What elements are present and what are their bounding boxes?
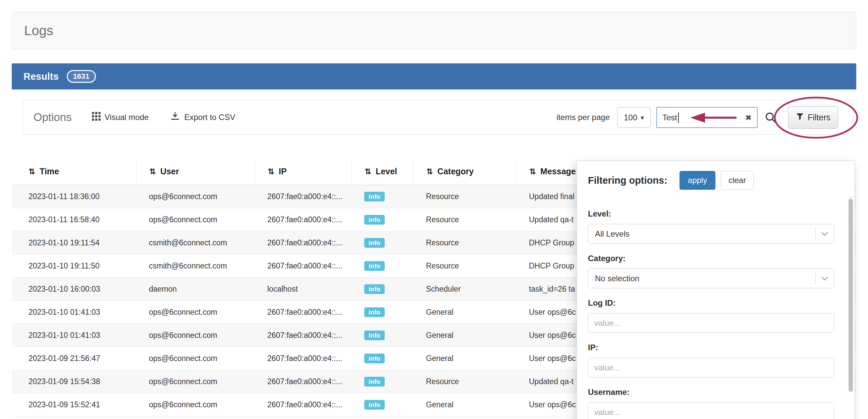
cell-user: daemon — [136, 278, 254, 300]
cell-category: Resource — [413, 254, 516, 277]
chevron-down-icon — [815, 228, 834, 240]
filter-panel-header: Filtering options: apply clear — [588, 171, 843, 190]
clear-search-icon[interactable]: ✖ — [745, 113, 752, 122]
cell-time: 2023-01-09 15:52:41 — [12, 393, 136, 416]
level-badge: info — [364, 215, 385, 225]
column-header-user[interactable]: ⇅User — [136, 158, 254, 185]
text-cursor — [678, 112, 679, 123]
level-badge: info — [364, 261, 385, 271]
cell-user: ops@6connect.com — [136, 185, 254, 208]
caret-down-icon: ▾ — [641, 114, 644, 122]
cell-category: General — [413, 347, 516, 370]
cell-ip: localhost — [254, 278, 351, 300]
cell-user: ops@6connect.com — [136, 347, 254, 370]
column-header-level[interactable]: ⇅Level — [351, 158, 413, 185]
cell-ip: 2607:fae0:a000:e4::... — [254, 393, 351, 416]
level-badge: info — [364, 308, 385, 317]
cell-user: ops@6connect.com — [136, 324, 254, 347]
cell-level: info — [351, 208, 413, 231]
cell-ip: 2607:fae0:a000:e4::... — [254, 301, 351, 323]
cell-ip: 2607:fae0:a000:e4::... — [254, 231, 351, 254]
select-value: All Levels — [595, 229, 629, 239]
field-label: Category: — [588, 254, 843, 264]
sort-icon: ⇅ — [149, 167, 156, 176]
ip-input[interactable] — [588, 358, 834, 378]
level-badge: info — [364, 284, 385, 294]
cell-time: 2023-01-10 19:11:50 — [12, 254, 136, 277]
cell-level: info — [351, 347, 413, 370]
visual-mode-button[interactable]: Visual mode — [92, 112, 149, 123]
log-id-input[interactable] — [588, 313, 834, 333]
visual-mode-label: Visual mode — [105, 112, 149, 122]
sort-icon: ⇅ — [29, 167, 35, 176]
cell-category: Scheduler — [413, 278, 516, 300]
cell-time: 2023-01-11 18:36:00 — [12, 185, 136, 208]
logs-page: Logs Results 1631 Options Visual mode — [0, 0, 868, 419]
select-value: No selection — [595, 274, 639, 283]
cell-level: info — [351, 301, 413, 323]
cell-time: 2023-01-10 01:41:03 — [12, 301, 136, 323]
level-badge: info — [364, 400, 385, 410]
items-per-page-select[interactable]: 100 ▾ — [617, 107, 651, 128]
cell-user: csmith@6connect.com — [136, 254, 254, 277]
download-icon — [170, 111, 180, 123]
filter-field-category: Category: No selection — [588, 254, 843, 288]
export-csv-button[interactable]: Export to CSV — [170, 111, 235, 123]
column-header-time[interactable]: ⇅Time — [12, 158, 136, 185]
cell-ip: 2607:fae0:a000:e4::... — [254, 254, 351, 277]
search-input-value: Test — [662, 113, 677, 122]
column-label: Time — [39, 167, 59, 176]
filters-label: Filters — [808, 112, 831, 122]
cell-ip: 2607:fae0:a000:e4::... — [254, 185, 351, 208]
column-header-category[interactable]: ⇅Category — [413, 158, 516, 185]
cell-level: info — [351, 231, 413, 254]
sort-icon: ⇅ — [529, 167, 536, 176]
column-header-ip[interactable]: ⇅IP — [254, 158, 351, 185]
items-per-page-value: 100 — [624, 113, 637, 122]
cell-category: Resource — [413, 231, 516, 254]
cell-category: Resource — [413, 185, 516, 208]
sort-icon: ⇅ — [268, 167, 274, 176]
field-label: Log ID: — [588, 298, 843, 309]
column-label: User — [160, 167, 179, 176]
cell-time: 2023-01-09 15:54:38 — [12, 370, 136, 393]
cell-user: csmith@6connect.com — [136, 231, 254, 254]
level-badge: info — [364, 238, 385, 248]
cell-user: ops@6connect.com — [136, 393, 254, 416]
filter-field-username: Username: — [588, 387, 843, 419]
cell-time: 2023-01-10 19:11:54 — [12, 231, 136, 254]
scrollbar-track[interactable] — [848, 196, 853, 385]
category-select[interactable]: No selection — [588, 268, 834, 288]
page-title: Logs — [24, 23, 53, 38]
cell-ip: 2607:fae0:a000:e4::... — [254, 324, 351, 347]
cell-category: Resource — [413, 208, 516, 231]
clear-button[interactable]: clear — [721, 171, 754, 190]
level-badge: info — [364, 377, 385, 386]
search-icon[interactable] — [764, 111, 777, 124]
search-input[interactable]: Test ✖ — [656, 107, 758, 128]
cell-level: info — [351, 185, 413, 208]
filter-panel-title: Filtering options: — [588, 175, 668, 186]
scrollbar-thumb[interactable] — [848, 199, 853, 392]
cell-category: Resource — [413, 370, 516, 393]
results-count-badge: 1631 — [67, 70, 96, 83]
username-input[interactable] — [588, 402, 834, 419]
results-label: Results — [24, 71, 59, 82]
column-label: Message — [540, 167, 576, 176]
cell-time: 2023-01-09 21:56:47 — [12, 347, 136, 370]
results-bar: Results 1631 — [12, 63, 856, 90]
apply-button[interactable]: apply — [680, 171, 715, 190]
cell-category: General — [413, 393, 516, 416]
chevron-down-icon — [815, 272, 834, 285]
column-label: Category — [437, 167, 473, 176]
level-select[interactable]: All Levels — [588, 224, 834, 244]
field-label: IP: — [588, 343, 843, 353]
cell-time: 2023-01-11 16:58:40 — [12, 208, 136, 231]
cell-category: General — [413, 324, 516, 347]
filters-button[interactable]: Filters — [788, 106, 838, 129]
cell-user: ops@6connect.com — [136, 208, 254, 231]
export-csv-label: Export to CSV — [184, 112, 235, 122]
options-left-group: Options Visual mode Export to C — [23, 100, 235, 134]
options-bar: Options Visual mode Export to C — [23, 100, 853, 135]
cell-category: General — [413, 301, 516, 323]
